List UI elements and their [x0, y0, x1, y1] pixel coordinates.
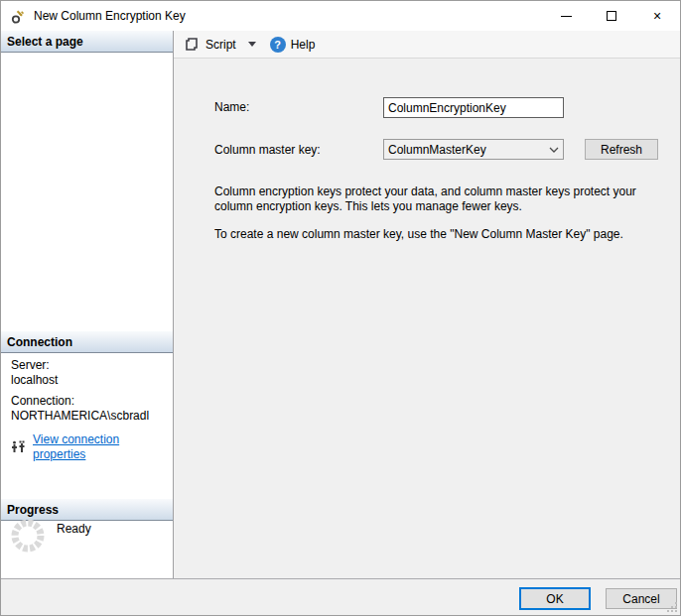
description-text-1: Column encryption keys protect your data…: [214, 185, 663, 214]
script-icon: [186, 37, 201, 52]
progress-status: Ready: [57, 522, 91, 554]
server-group: Server: localhost: [11, 358, 167, 388]
chevron-down-icon: [549, 147, 559, 153]
help-button-label: Help: [291, 38, 316, 52]
select-a-page-header: Select a page: [1, 31, 173, 53]
key-icon: [10, 7, 28, 25]
help-button[interactable]: ? Help: [266, 35, 320, 55]
toolbar: Script ? Help: [174, 31, 680, 59]
connection-section-header: Connection: [1, 331, 173, 353]
view-connection-properties-row: View connection properties: [11, 432, 167, 462]
column-master-key-label: Column master key:: [214, 143, 321, 157]
window-controls: ×: [543, 1, 680, 31]
column-master-key-value: ColumnMasterKey: [388, 143, 549, 157]
script-dropdown-button[interactable]: [240, 40, 266, 49]
name-label: Name:: [214, 100, 249, 114]
close-icon: ×: [653, 9, 661, 23]
titlebar: New Column Encryption Key ×: [1, 1, 680, 31]
refresh-button[interactable]: Refresh: [585, 139, 658, 160]
dialog-body: Select a page Connection Server: localho…: [1, 31, 680, 578]
close-button[interactable]: ×: [634, 1, 680, 31]
help-icon: ?: [270, 37, 286, 53]
spinner-icon: [9, 517, 47, 554]
sidebar: Select a page Connection Server: localho…: [1, 31, 174, 578]
column-master-key-select[interactable]: ColumnMasterKey: [383, 139, 564, 160]
name-input[interactable]: [383, 97, 564, 118]
maximize-icon: [607, 11, 616, 21]
minimize-button[interactable]: [543, 1, 589, 31]
view-connection-properties-link[interactable]: View connection properties: [33, 432, 167, 462]
progress-row: Ready: [9, 517, 91, 554]
server-label: Server:: [11, 358, 167, 373]
script-button-label: Script: [205, 38, 236, 52]
resize-grip[interactable]: [665, 600, 678, 613]
script-button[interactable]: Script: [182, 35, 240, 54]
chevron-down-icon: [248, 42, 256, 47]
server-value: localhost: [11, 373, 167, 388]
connection-group: Connection: NORTHAMERICA\scbradl: [11, 394, 167, 424]
new-column-encryption-key-dialog: New Column Encryption Key × Select a pag…: [0, 0, 681, 616]
footer: OK Cancel: [1, 578, 680, 615]
main-panel: Script ? Help Name: Column master key:: [174, 31, 680, 578]
minimize-icon: [561, 16, 572, 17]
content-area: Name: Column master key: ColumnMasterKey…: [174, 59, 680, 578]
connection-label: Connection:: [11, 394, 167, 409]
connection-properties-icon: [11, 439, 27, 455]
maximize-button[interactable]: [589, 1, 634, 31]
description-text-2: To create a new column master key, use t…: [214, 227, 663, 242]
window-title: New Column Encryption Key: [34, 9, 543, 23]
connection-value: NORTHAMERICA\scbradl: [11, 409, 167, 424]
connection-details: Server: localhost Connection: NORTHAMERI…: [11, 358, 167, 462]
ok-button[interactable]: OK: [519, 587, 591, 610]
